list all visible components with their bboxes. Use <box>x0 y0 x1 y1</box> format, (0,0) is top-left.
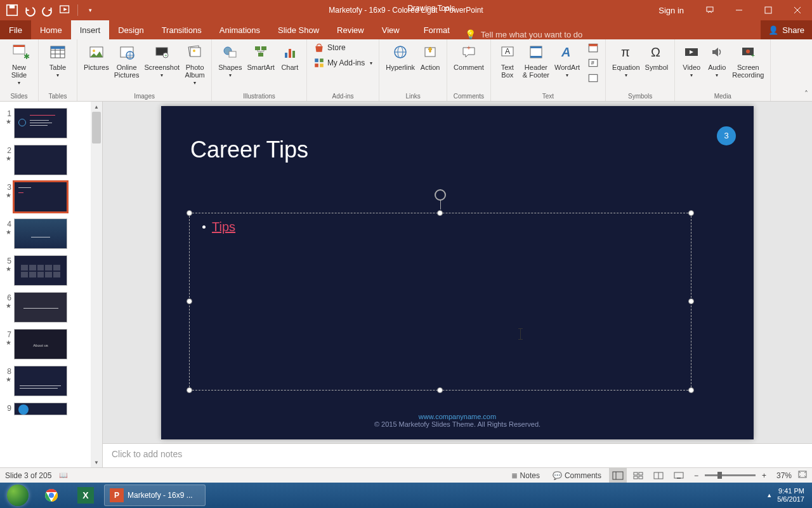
comment-button[interactable]: +Comment <box>451 41 487 72</box>
redo-icon[interactable] <box>41 3 55 17</box>
audio-button[interactable]: Audio▾ <box>704 41 730 79</box>
tab-slideshow[interactable]: Slide Show <box>269 20 328 39</box>
zoom-out-button[interactable]: − <box>690 471 702 480</box>
symbol-button[interactable]: ΩSymbol <box>643 41 671 72</box>
store-button[interactable]: Store <box>311 41 375 55</box>
scroll-up-icon[interactable]: ▲ <box>94 102 99 112</box>
photo-album-button[interactable]: Photo Album▾ <box>182 41 207 87</box>
start-from-beginning-icon[interactable] <box>58 3 72 17</box>
excel-taskbar-button[interactable]: X <box>70 485 102 506</box>
tab-file[interactable]: File <box>0 20 31 39</box>
svg-rect-34 <box>292 51 295 58</box>
scrollbar-thumb[interactable] <box>92 112 101 144</box>
action-button[interactable]: Action <box>417 41 443 72</box>
reading-view-button[interactable] <box>650 468 667 483</box>
collapse-ribbon-icon[interactable]: ˄ <box>804 90 808 98</box>
resize-handle-nw[interactable] <box>187 210 192 216</box>
save-icon[interactable] <box>5 3 19 17</box>
tab-format[interactable]: Format <box>415 20 459 39</box>
resize-handle-s[interactable] <box>437 387 443 393</box>
close-button[interactable] <box>783 0 812 20</box>
sign-in-link[interactable]: Sign in <box>647 6 695 15</box>
thumbnail-9[interactable]: 9 <box>0 401 91 420</box>
thumbnail-4[interactable]: 4★ <box>0 217 91 254</box>
maximize-button[interactable] <box>754 0 783 20</box>
bullet-text[interactable]: Tips <box>212 220 235 234</box>
tell-me-search[interactable]: 💡Tell me what you want to do <box>465 29 582 39</box>
zoom-level[interactable]: 37% <box>773 471 796 480</box>
thumbnail-list[interactable]: 1★ 2★ 3★ 4★ 5★ 6★ 7★About us 8★ 9 <box>0 102 91 467</box>
slide-counter[interactable]: Slide 3 of 205 <box>5 471 51 480</box>
tab-animations[interactable]: Animations <box>211 20 269 39</box>
online-pictures-button[interactable]: Online Pictures <box>112 41 142 80</box>
normal-view-button[interactable] <box>609 468 627 483</box>
zoom-slider-handle[interactable] <box>717 472 722 479</box>
thumbnail-5[interactable]: 5★ <box>0 254 91 291</box>
slideshow-view-button[interactable] <box>670 468 688 483</box>
tab-design[interactable]: Design <box>109 20 152 39</box>
resize-handle-n[interactable] <box>437 210 443 216</box>
object-button[interactable] <box>585 71 601 85</box>
rotate-handle[interactable] <box>435 189 446 201</box>
equation-button[interactable]: πEquation▾ <box>610 41 642 79</box>
minimize-button[interactable] <box>724 0 754 20</box>
hyperlink-button[interactable]: Hyperlink <box>383 41 417 72</box>
spellcheck-icon[interactable]: 📖 <box>59 471 68 479</box>
table-button[interactable]: Table▾ <box>43 41 73 79</box>
video-button[interactable]: Video▾ <box>679 41 704 79</box>
smartart-button[interactable]: SmartArt <box>244 41 277 72</box>
photo-album-icon <box>185 42 205 62</box>
pictures-button[interactable]: Pictures <box>81 41 112 72</box>
shapes-button[interactable]: Shapes▾ <box>216 41 244 79</box>
new-slide-button[interactable]: ✱New Slide▾ <box>4 41 34 87</box>
tab-home[interactable]: Home <box>31 20 71 39</box>
share-button[interactable]: 👤Share <box>761 20 812 39</box>
resize-handle-ne[interactable] <box>688 210 694 216</box>
undo-icon[interactable] <box>23 3 37 17</box>
comments-toggle[interactable]: 💬Comments <box>547 468 606 483</box>
wordart-button[interactable]: AWordArt▾ <box>552 41 582 79</box>
date-time-button[interactable] <box>585 41 601 55</box>
resize-handle-sw[interactable] <box>187 387 192 393</box>
clock[interactable]: 9:41 PM5/6/2017 <box>777 487 804 504</box>
slide-number-button[interactable]: # <box>585 56 601 70</box>
chart-button[interactable]: Chart <box>277 41 303 72</box>
start-button[interactable] <box>3 485 33 506</box>
resize-handle-se[interactable] <box>688 387 694 393</box>
content-textbox[interactable]: Tips <box>189 213 691 391</box>
thumbnail-1[interactable]: 1★ <box>0 107 91 144</box>
tab-view[interactable]: View <box>373 20 409 39</box>
thumbnail-6[interactable]: 6★ <box>0 291 91 328</box>
tab-insert[interactable]: Insert <box>71 20 110 39</box>
resize-handle-e[interactable] <box>688 298 694 304</box>
chrome-taskbar-button[interactable] <box>36 485 67 506</box>
customize-qat-icon[interactable]: ▾ <box>83 3 97 17</box>
ribbon-display-options-icon[interactable] <box>695 0 724 20</box>
header-footer-button[interactable]: Header & Footer <box>520 41 552 80</box>
fit-to-window-button[interactable] <box>798 471 807 480</box>
my-addins-button[interactable]: My Add-ins▾ <box>311 56 375 70</box>
thumbnail-scrollbar[interactable]: ▲ ▼ <box>91 102 102 467</box>
tab-review[interactable]: Review <box>328 20 373 39</box>
slide-sorter-button[interactable] <box>629 468 647 483</box>
thumbnail-7[interactable]: 7★About us <box>0 328 91 364</box>
screen-recording-button[interactable]: +Screen Recording <box>730 41 766 80</box>
screenshot-button[interactable]: +Screenshot▾ <box>142 41 183 79</box>
textbox-button[interactable]: AText Box <box>495 41 520 80</box>
system-tray[interactable]: ▲ 9:41 PM5/6/2017 <box>766 487 809 504</box>
tab-transitions[interactable]: Transitions <box>153 20 211 39</box>
thumbnail-3[interactable]: 3★ <box>0 180 91 217</box>
zoom-slider[interactable] <box>705 474 756 476</box>
notes-pane[interactable]: Click to add notes <box>103 443 812 467</box>
thumbnail-8[interactable]: 8★ <box>0 364 91 401</box>
scroll-down-icon[interactable]: ▼ <box>94 457 99 467</box>
thumbnail-2[interactable]: 2★ <box>0 144 91 180</box>
slide-canvas[interactable]: Career Tips 3 Tips <box>161 106 754 439</box>
resize-handle-w[interactable] <box>187 298 192 304</box>
notes-toggle[interactable]: ≣Notes <box>506 468 545 483</box>
bullet-item[interactable]: Tips <box>202 220 678 234</box>
powerpoint-taskbar-button[interactable]: PMarketofy - 16x9 ... <box>104 485 206 506</box>
show-hidden-icons[interactable]: ▲ <box>766 492 772 498</box>
slide-title[interactable]: Career Tips <box>190 137 308 163</box>
zoom-in-button[interactable]: + <box>758 471 770 480</box>
